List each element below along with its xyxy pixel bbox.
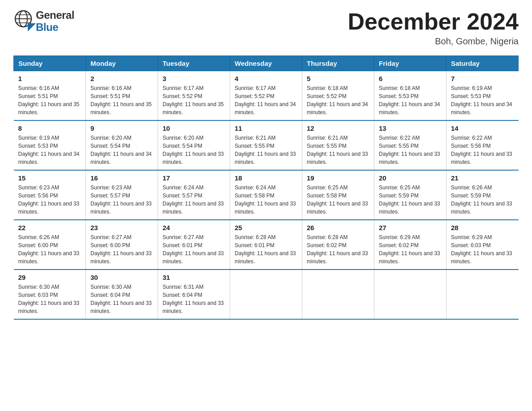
- day-number: 27: [379, 224, 442, 231]
- sunset-text: Sunset: 5:58 PM: [235, 192, 297, 200]
- calendar-cell: 26 Sunrise: 6:28 AM Sunset: 6:02 PM Dayl…: [302, 220, 374, 270]
- day-number: 24: [163, 224, 225, 231]
- daylight-text: Daylight: 11 hours and 33 minutes.: [18, 299, 82, 315]
- calendar-cell: 16 Sunrise: 6:23 AM Sunset: 5:57 PM Dayl…: [86, 170, 158, 220]
- day-info: Sunrise: 6:30 AM Sunset: 6:03 PM Dayligh…: [18, 283, 82, 315]
- sunrise-text: Sunrise: 6:25 AM: [307, 184, 369, 192]
- calendar-week-5: 29 Sunrise: 6:30 AM Sunset: 6:03 PM Dayl…: [14, 270, 519, 319]
- day-number: 8: [18, 124, 82, 132]
- day-number: 26: [307, 224, 369, 231]
- day-info: Sunrise: 6:23 AM Sunset: 5:57 PM Dayligh…: [90, 184, 153, 216]
- daylight-text: Daylight: 11 hours and 35 minutes.: [90, 100, 153, 116]
- sunrise-text: Sunrise: 6:19 AM: [451, 84, 514, 92]
- svg-marker-5: [28, 23, 36, 31]
- daylight-text: Daylight: 11 hours and 33 minutes.: [163, 200, 225, 216]
- daylight-text: Daylight: 11 hours and 35 minutes.: [18, 100, 82, 116]
- sunrise-text: Sunrise: 6:30 AM: [90, 283, 153, 291]
- calendar-cell: 4 Sunrise: 6:17 AM Sunset: 5:52 PM Dayli…: [230, 71, 302, 121]
- sunrise-text: Sunrise: 6:24 AM: [235, 184, 297, 192]
- day-number: 31: [163, 274, 225, 281]
- day-number: 11: [235, 124, 297, 132]
- sunrise-text: Sunrise: 6:30 AM: [18, 283, 82, 291]
- calendar-cell: 19 Sunrise: 6:25 AM Sunset: 5:58 PM Dayl…: [302, 170, 374, 220]
- day-number: 15: [18, 174, 82, 182]
- col-thursday: Thursday: [302, 56, 374, 71]
- sunrise-text: Sunrise: 6:26 AM: [451, 184, 514, 192]
- sunset-text: Sunset: 5:56 PM: [451, 142, 514, 150]
- sunset-text: Sunset: 5:55 PM: [307, 142, 369, 150]
- calendar-cell: 23 Sunrise: 6:27 AM Sunset: 6:00 PM Dayl…: [86, 220, 158, 270]
- day-info: Sunrise: 6:22 AM Sunset: 5:56 PM Dayligh…: [451, 134, 514, 166]
- calendar-cell: 13 Sunrise: 6:22 AM Sunset: 5:55 PM Dayl…: [374, 120, 446, 170]
- sunset-text: Sunset: 5:53 PM: [379, 92, 442, 100]
- calendar-cell: 22 Sunrise: 6:26 AM Sunset: 6:00 PM Dayl…: [14, 220, 86, 270]
- day-info: Sunrise: 6:20 AM Sunset: 5:54 PM Dayligh…: [163, 134, 225, 166]
- sunrise-text: Sunrise: 6:19 AM: [18, 134, 82, 142]
- day-number: 13: [379, 124, 442, 132]
- sunrise-text: Sunrise: 6:16 AM: [18, 84, 82, 92]
- calendar-cell: [302, 270, 374, 319]
- sunset-text: Sunset: 6:04 PM: [163, 291, 225, 299]
- day-info: Sunrise: 6:27 AM Sunset: 6:01 PM Dayligh…: [163, 233, 225, 265]
- day-info: Sunrise: 6:28 AM Sunset: 6:02 PM Dayligh…: [307, 233, 369, 265]
- daylight-text: Daylight: 11 hours and 33 minutes.: [90, 200, 153, 216]
- sunset-text: Sunset: 5:52 PM: [235, 92, 297, 100]
- day-number: 17: [163, 174, 225, 182]
- daylight-text: Daylight: 11 hours and 33 minutes.: [307, 200, 369, 216]
- header-row: Sunday Monday Tuesday Wednesday Thursday…: [14, 56, 519, 71]
- day-info: Sunrise: 6:27 AM Sunset: 6:00 PM Dayligh…: [90, 233, 153, 265]
- sunset-text: Sunset: 5:52 PM: [307, 92, 369, 100]
- daylight-text: Daylight: 11 hours and 33 minutes.: [379, 249, 442, 265]
- col-saturday: Saturday: [446, 56, 519, 71]
- calendar-cell: 25 Sunrise: 6:28 AM Sunset: 6:01 PM Dayl…: [230, 220, 302, 270]
- calendar-cell: 11 Sunrise: 6:21 AM Sunset: 5:55 PM Dayl…: [230, 120, 302, 170]
- day-info: Sunrise: 6:25 AM Sunset: 5:58 PM Dayligh…: [307, 184, 369, 216]
- sunrise-text: Sunrise: 6:20 AM: [90, 134, 153, 142]
- day-number: 9: [90, 124, 153, 132]
- day-number: 3: [163, 75, 225, 82]
- daylight-text: Daylight: 11 hours and 34 minutes.: [379, 100, 442, 116]
- daylight-text: Daylight: 11 hours and 34 minutes.: [235, 100, 297, 116]
- sunset-text: Sunset: 5:55 PM: [379, 142, 442, 150]
- day-info: Sunrise: 6:22 AM Sunset: 5:55 PM Dayligh…: [379, 134, 442, 166]
- calendar-cell: 12 Sunrise: 6:21 AM Sunset: 5:55 PM Dayl…: [302, 120, 374, 170]
- day-info: Sunrise: 6:20 AM Sunset: 5:54 PM Dayligh…: [90, 134, 153, 166]
- sunrise-text: Sunrise: 6:23 AM: [90, 184, 153, 192]
- sunrise-text: Sunrise: 6:20 AM: [163, 134, 225, 142]
- day-info: Sunrise: 6:31 AM Sunset: 6:04 PM Dayligh…: [163, 283, 225, 315]
- sunset-text: Sunset: 6:00 PM: [90, 241, 153, 249]
- sunrise-text: Sunrise: 6:17 AM: [235, 84, 297, 92]
- daylight-text: Daylight: 11 hours and 35 minutes.: [163, 100, 225, 116]
- month-title: December 2024: [348, 9, 519, 34]
- sunrise-text: Sunrise: 6:29 AM: [451, 233, 514, 241]
- day-number: 28: [451, 224, 514, 231]
- calendar-week-2: 8 Sunrise: 6:19 AM Sunset: 5:53 PM Dayli…: [14, 120, 519, 170]
- day-number: 18: [235, 174, 297, 182]
- sunset-text: Sunset: 6:03 PM: [18, 291, 82, 299]
- calendar-cell: [230, 270, 302, 319]
- day-number: 4: [235, 75, 297, 82]
- day-number: 20: [379, 174, 442, 182]
- sunset-text: Sunset: 5:51 PM: [18, 92, 82, 100]
- calendar-cell: 21 Sunrise: 6:26 AM Sunset: 5:59 PM Dayl…: [446, 170, 519, 220]
- sunset-text: Sunset: 6:04 PM: [90, 291, 153, 299]
- calendar-week-1: 1 Sunrise: 6:16 AM Sunset: 5:51 PM Dayli…: [14, 71, 519, 121]
- col-tuesday: Tuesday: [158, 56, 230, 71]
- sunset-text: Sunset: 5:54 PM: [163, 142, 225, 150]
- daylight-text: Daylight: 11 hours and 33 minutes.: [235, 200, 297, 216]
- daylight-text: Daylight: 11 hours and 33 minutes.: [235, 150, 297, 166]
- sunset-text: Sunset: 5:59 PM: [451, 192, 514, 200]
- daylight-text: Daylight: 11 hours and 34 minutes.: [90, 150, 153, 166]
- calendar-cell: 24 Sunrise: 6:27 AM Sunset: 6:01 PM Dayl…: [158, 220, 230, 270]
- calendar-cell: 28 Sunrise: 6:29 AM Sunset: 6:03 PM Dayl…: [446, 220, 519, 270]
- day-number: 2: [90, 75, 153, 82]
- calendar-cell: 17 Sunrise: 6:24 AM Sunset: 5:57 PM Dayl…: [158, 170, 230, 220]
- day-info: Sunrise: 6:18 AM Sunset: 5:53 PM Dayligh…: [379, 84, 442, 116]
- calendar-cell: 18 Sunrise: 6:24 AM Sunset: 5:58 PM Dayl…: [230, 170, 302, 220]
- daylight-text: Daylight: 11 hours and 33 minutes.: [18, 200, 82, 216]
- sunrise-text: Sunrise: 6:25 AM: [379, 184, 442, 192]
- col-sunday: Sunday: [14, 56, 86, 71]
- sunset-text: Sunset: 6:00 PM: [18, 241, 82, 249]
- calendar-week-3: 15 Sunrise: 6:23 AM Sunset: 5:56 PM Dayl…: [14, 170, 519, 220]
- daylight-text: Daylight: 11 hours and 33 minutes.: [90, 249, 153, 265]
